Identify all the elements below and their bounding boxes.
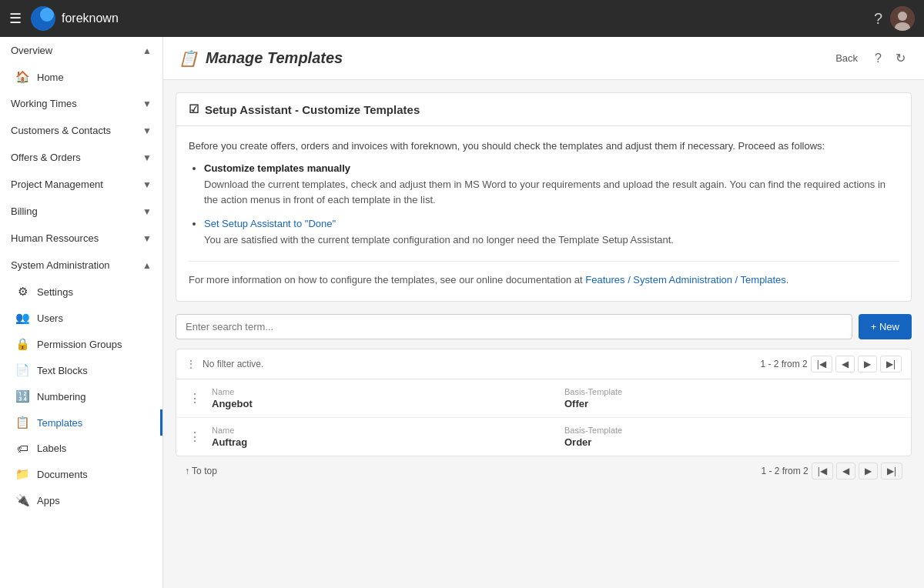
- documents-icon: 📁: [15, 467, 29, 481]
- customize-description: Download the current templates, check an…: [204, 179, 886, 206]
- next-page-btn[interactable]: ▶: [858, 356, 877, 373]
- sidebar-project-management-header[interactable]: Project Management ▼: [0, 171, 162, 198]
- set-done-link[interactable]: Set Setup Assistant to "Done": [204, 218, 336, 229]
- sidebar-item-permission-groups[interactable]: 🔒 Permission Groups: [0, 331, 162, 357]
- sidebar-working-times-header[interactable]: Working Times ▼: [0, 90, 162, 117]
- table-pagination-top: 1 - 2 from 2 |◀ ◀ ▶ ▶|: [760, 356, 902, 373]
- setup-assistant-intro: Before you create offers, orders and inv…: [189, 139, 899, 155]
- templates-section: + New ⋮ No filter active. 1 - 2 from 2 |…: [176, 314, 912, 486]
- sidebar-overview-label: Overview: [11, 45, 52, 56]
- offers-orders-chevron-icon: ▼: [142, 152, 152, 163]
- help-header-icon[interactable]: ?: [872, 48, 885, 68]
- table-toolbar-left: ⋮ No filter active.: [186, 358, 263, 370]
- sidebar-users-label: Users: [37, 312, 63, 324]
- setup-assistant-box: ☑ Setup Assistant - Customize Templates …: [176, 92, 912, 302]
- topbar: ☰ foreknown ?: [0, 0, 924, 37]
- list-item-customize: Customize templates manually Download th…: [204, 161, 899, 209]
- col-value-name-2: Auftrag: [212, 436, 549, 448]
- sidebar-home-label: Home: [37, 72, 64, 83]
- billing-chevron-icon: ▼: [142, 206, 152, 217]
- sidebar-billing-header[interactable]: Billing ▼: [0, 198, 162, 225]
- working-times-chevron-icon: ▼: [142, 99, 152, 109]
- setup-assistant-body: Before you create offers, orders and inv…: [176, 126, 911, 301]
- filter-icon[interactable]: ⋮: [186, 358, 196, 370]
- row-menu-icon-1[interactable]: ⋮: [186, 388, 204, 409]
- sidebar-text-blocks-label: Text Blocks: [37, 365, 88, 376]
- sidebar-system-administration-header[interactable]: System Administration ▲: [0, 252, 162, 279]
- set-done-description: You are satisfied with the current templ…: [204, 234, 674, 246]
- main-layout: Overview ▲ 🏠 Home Working Times ▼ Custom…: [0, 37, 924, 588]
- sidebar-item-apps[interactable]: 🔌 Apps: [0, 487, 162, 513]
- first-page-btn[interactable]: |◀: [811, 356, 832, 373]
- sidebar-item-users[interactable]: 👥 Users: [0, 305, 162, 331]
- setup-assistant-header-text: Setup Assistant - Customize Templates: [205, 103, 420, 116]
- sidebar-item-templates[interactable]: 📋 Templates: [0, 409, 162, 436]
- home-icon: 🏠: [15, 70, 29, 84]
- back-button[interactable]: Back: [829, 49, 864, 67]
- next-page-btn-bottom[interactable]: ▶: [859, 463, 878, 479]
- avatar[interactable]: [890, 6, 915, 31]
- page-title-text: Manage Templates: [206, 49, 343, 67]
- system-administration-chevron-icon: ▲: [142, 260, 152, 271]
- sidebar-customers-contacts-label: Customers & Contacts: [11, 125, 111, 136]
- sidebar-item-numbering[interactable]: 🔢 Numbering: [0, 383, 162, 409]
- sidebar-item-text-blocks[interactable]: 📄 Text Blocks: [0, 357, 162, 383]
- sidebar-human-ressources-header[interactable]: Human Ressources ▼: [0, 225, 162, 252]
- customize-title: Customize templates manually: [204, 161, 899, 177]
- col-label-basis-1: Basis-Template: [564, 387, 902, 396]
- col-value-name-1: Angebot: [212, 398, 549, 409]
- col-label-basis-2: Basis-Template: [564, 426, 902, 435]
- row-menu-icon-2[interactable]: ⋮: [186, 426, 204, 447]
- brand-name: foreknown: [62, 12, 119, 25]
- sidebar: Overview ▲ 🏠 Home Working Times ▼ Custom…: [0, 37, 163, 588]
- overview-chevron-icon: ▲: [142, 45, 152, 56]
- new-button[interactable]: + New: [859, 314, 912, 339]
- customers-contacts-chevron-icon: ▼: [142, 125, 152, 136]
- sidebar-customers-contacts-header[interactable]: Customers & Contacts ▼: [0, 117, 162, 144]
- users-icon: 👥: [15, 311, 29, 325]
- content-area: 📋 Manage Templates Back ? ↻ ☑ Setup Assi…: [163, 37, 924, 588]
- sidebar-item-labels[interactable]: 🏷 Labels: [0, 436, 162, 461]
- search-input[interactable]: [176, 314, 852, 339]
- row-col-basis-1: Basis-Template Offer: [564, 387, 902, 409]
- page-header-actions: Back ? ↻: [829, 48, 909, 68]
- sidebar-overview-header[interactable]: Overview ▲: [0, 37, 162, 64]
- sidebar-item-settings[interactable]: ⚙ Settings: [0, 279, 162, 305]
- sidebar-working-times-label: Working Times: [11, 98, 77, 109]
- templates-icon: 📋: [15, 416, 29, 429]
- row-col-basis-2: Basis-Template Order: [564, 426, 902, 448]
- first-page-btn-bottom[interactable]: |◀: [812, 463, 833, 479]
- prev-page-btn[interactable]: ◀: [835, 356, 855, 373]
- pagination-info-bottom: 1 - 2 from 2: [761, 466, 808, 476]
- doc-link[interactable]: Features / System Administration / Templ…: [585, 274, 786, 286]
- sidebar-system-administration-label: System Administration: [11, 259, 110, 271]
- row-col-name-1: Name Angebot: [212, 387, 549, 409]
- topbar-right: ?: [874, 6, 915, 31]
- topbar-brand: foreknown: [31, 6, 119, 31]
- sidebar-item-documents[interactable]: 📁 Documents: [0, 461, 162, 487]
- refresh-icon[interactable]: ↻: [892, 48, 909, 68]
- row-content-1: Name Angebot Basis-Template Offer: [212, 387, 902, 409]
- to-top-link[interactable]: ↑ To top: [185, 466, 217, 476]
- help-icon[interactable]: ?: [874, 10, 882, 28]
- human-ressources-chevron-icon: ▼: [142, 233, 152, 244]
- last-page-btn-bottom[interactable]: ▶|: [881, 463, 902, 479]
- sidebar-offers-orders-header[interactable]: Offers & Orders ▼: [0, 144, 162, 171]
- labels-icon: 🏷: [15, 442, 29, 455]
- setup-assistant-list: Customize templates manually Download th…: [204, 161, 899, 249]
- pagination-info-top: 1 - 2 from 2: [760, 359, 807, 369]
- doc-note-suffix: .: [786, 274, 789, 286]
- page-header: 📋 Manage Templates Back ? ↻: [163, 37, 924, 80]
- topbar-left: ☰ foreknown: [9, 6, 119, 31]
- numbering-icon: 🔢: [15, 389, 29, 403]
- last-page-btn[interactable]: ▶|: [880, 356, 902, 373]
- prev-page-btn-bottom[interactable]: ◀: [836, 463, 855, 479]
- doc-note-prefix: For more information on how to configure…: [189, 274, 585, 286]
- list-item-set-done: Set Setup Assistant to "Done" You are sa…: [204, 216, 899, 249]
- table-toolbar: ⋮ No filter active. 1 - 2 from 2 |◀ ◀ ▶ …: [176, 349, 911, 379]
- sidebar-item-home[interactable]: 🏠 Home: [0, 64, 162, 90]
- search-bar: + New: [176, 314, 912, 339]
- page-title: 📋 Manage Templates: [179, 49, 343, 68]
- menu-icon[interactable]: ☰: [9, 10, 22, 27]
- sidebar-permission-groups-label: Permission Groups: [37, 339, 122, 350]
